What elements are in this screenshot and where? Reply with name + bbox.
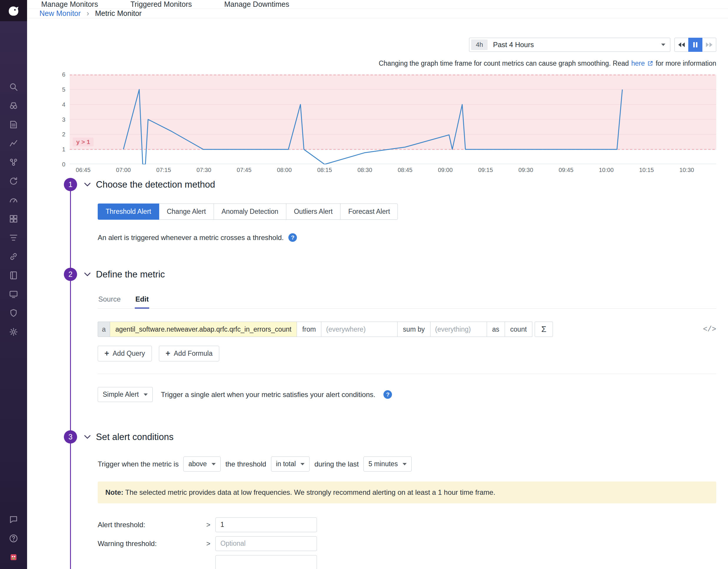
x-tick-label: 09:30 — [518, 167, 533, 173]
note-text-after: for more information — [656, 59, 716, 67]
time-window-dropdown[interactable]: 5 minutes — [363, 457, 412, 472]
comparator-value: above — [188, 460, 207, 468]
monitors-icon[interactable] — [8, 288, 19, 300]
chevron-down-icon — [84, 272, 91, 276]
x-tick-label: 07:45 — [237, 167, 252, 173]
dashboards-icon[interactable] — [8, 194, 19, 206]
datadog-logo[interactable] — [0, 0, 27, 21]
step-2-toggle[interactable]: Define the metric — [98, 268, 728, 281]
step-3-badge: 3 — [64, 430, 77, 444]
as-label: as — [487, 322, 505, 337]
nav-item-manage-monitors[interactable]: Manage Monitors — [41, 0, 98, 9]
time-window-value: 5 minutes — [368, 460, 398, 468]
help-icon[interactable]: ? — [383, 390, 392, 399]
add-query-button[interactable]: + Add Query — [98, 346, 152, 361]
step-2-badge: 2 — [64, 268, 77, 281]
x-tick-label: 10:30 — [679, 167, 694, 173]
threshold-input-1[interactable] — [215, 536, 317, 551]
from-label: from — [297, 322, 321, 337]
add-formula-button[interactable]: + Add Formula — [159, 346, 219, 361]
detection-tab-anomaly-detection[interactable]: Anomaly Detection — [214, 203, 286, 220]
x-tick-label: 08:15 — [317, 167, 332, 173]
trigger-text-3: during the last — [314, 460, 359, 468]
alert-grouping-description: Trigger a single alert when your metric … — [161, 391, 375, 399]
apm-icon[interactable] — [8, 156, 19, 168]
settings-icon[interactable] — [8, 326, 19, 338]
detection-tab-threshold-alert[interactable]: Threshold Alert — [98, 203, 159, 220]
metric-graph: 0123456 y > 1 06:4507:0007:1507:3007:450… — [41, 74, 716, 164]
y-tick-label: 4 — [62, 101, 65, 108]
threshold-rows: Alert threshold:>Warning threshold:> — [98, 517, 716, 569]
step-detection-method: 1 Choose the detection method Threshold … — [64, 178, 728, 242]
metric-name-field[interactable]: agentil_software.netweaver.abap.qrfc.qrf… — [110, 322, 297, 337]
trigger-condition-row: Trigger when the metric is above the thr… — [98, 457, 716, 472]
detection-tab-outliers-alert[interactable]: Outliers Alert — [286, 203, 341, 220]
security-icon[interactable] — [8, 307, 19, 319]
help-icon[interactable] — [8, 533, 19, 544]
threshold-input-2[interactable] — [215, 555, 317, 569]
bits-icon[interactable] — [8, 551, 19, 563]
threshold-label: Warning threshold: — [98, 540, 201, 548]
logs-icon[interactable] — [8, 119, 19, 130]
threshold-row-2 — [98, 555, 716, 569]
y-tick-label: 0 — [62, 161, 65, 168]
from-scope-input[interactable] — [321, 322, 398, 337]
breadcrumb-current: Metric Monitor — [95, 9, 142, 18]
x-tick-label: 06:45 — [76, 167, 91, 173]
watchdog-icon[interactable] — [8, 100, 19, 112]
detection-tab-forecast-alert[interactable]: Forecast Alert — [340, 203, 398, 220]
metrics-icon[interactable] — [8, 137, 19, 149]
x-tick-label: 08:00 — [277, 167, 292, 173]
comparator-dropdown[interactable]: above — [183, 457, 221, 472]
low-frequency-note: Note: The selected metric provides data … — [98, 482, 716, 503]
threshold-input-0[interactable] — [215, 517, 317, 532]
external-link-icon — [647, 60, 653, 67]
aggregation-dropdown[interactable]: in total — [271, 457, 310, 472]
time-range-short: 4h — [471, 39, 488, 50]
rewind-button[interactable] — [674, 38, 689, 52]
plot-region[interactable]: y > 1 06:4507:0007:1507:3007:4508:0008:1… — [70, 74, 716, 164]
aggregator-dropdown[interactable]: count — [505, 322, 532, 337]
sigma-function-button[interactable]: Σ — [535, 322, 553, 337]
graph-toolbar: 4h Past 4 Hours — [27, 38, 728, 52]
monitor-steps: 1 Choose the detection method Threshold … — [64, 178, 728, 569]
here-link[interactable]: here — [631, 59, 645, 67]
forward-button[interactable] — [702, 38, 716, 52]
x-tick-label: 09:45 — [559, 167, 573, 173]
add-formula-label: Add Formula — [174, 350, 213, 358]
nav-item-triggered-monitors[interactable]: Triggered Monitors — [130, 0, 192, 9]
y-tick-label: 3 — [62, 116, 65, 123]
step-3-body: Trigger when the metric is above the thr… — [98, 457, 716, 569]
x-tick-label: 07:15 — [156, 167, 171, 173]
editor-tab-source[interactable]: Source — [98, 295, 121, 309]
processes-icon[interactable] — [8, 232, 19, 243]
sum-by-button[interactable]: sum by — [397, 322, 430, 337]
time-range-dropdown[interactable]: 4h Past 4 Hours — [469, 38, 670, 52]
plus-icon: + — [104, 350, 109, 358]
help-icon[interactable]: ? — [288, 233, 297, 242]
breadcrumb: New Monitor › Metric Monitor — [27, 9, 728, 18]
threshold-label: Alert threshold: — [98, 521, 201, 529]
chat-icon[interactable] — [8, 514, 19, 525]
notebooks-icon[interactable] — [8, 269, 19, 281]
alert-grouping-dropdown[interactable]: Simple Alert — [98, 387, 153, 402]
step-3-toggle[interactable]: Set alert conditions — [98, 430, 728, 444]
x-axis: 06:4507:0007:1507:3007:4508:0008:1508:30… — [70, 167, 716, 175]
detection-tab-change-alert[interactable]: Change Alert — [159, 203, 214, 220]
step-2-body: SourceEdit a agentil_software.netweaver.… — [98, 295, 716, 402]
infrastructure-icon[interactable] — [8, 213, 19, 225]
nav-item-manage-downtimes[interactable]: Manage Downtimes — [224, 0, 289, 9]
pause-button[interactable] — [688, 38, 702, 52]
editor-tab-edit[interactable]: Edit — [135, 295, 149, 309]
breadcrumb-new-monitor-link[interactable]: New Monitor — [39, 9, 81, 18]
integrations-icon[interactable] — [8, 250, 19, 262]
step-1-toggle[interactable]: Choose the detection method — [98, 178, 728, 191]
threshold-operator: > — [201, 521, 215, 529]
synthetics-icon[interactable] — [8, 175, 19, 187]
search-icon[interactable] — [8, 81, 19, 93]
group-by-input[interactable] — [430, 322, 487, 337]
code-view-icon[interactable]: </> — [703, 325, 716, 334]
note-text-before: Changing the graph time frame for count … — [379, 59, 629, 67]
x-tick-label: 10:15 — [639, 167, 654, 173]
x-tick-label: 07:30 — [197, 167, 211, 173]
